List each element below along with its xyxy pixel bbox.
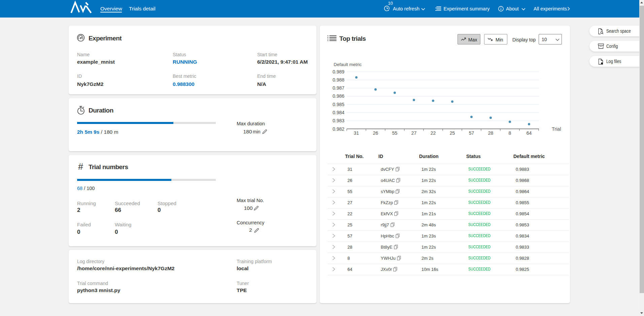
svg-text:26: 26 bbox=[373, 130, 378, 136]
svg-text:0.989: 0.989 bbox=[333, 69, 344, 74]
svg-text:28: 28 bbox=[488, 130, 494, 136]
svg-text:55: 55 bbox=[392, 130, 398, 136]
svg-text:0.982: 0.982 bbox=[333, 126, 344, 132]
svg-text:0.988: 0.988 bbox=[333, 77, 344, 83]
svg-text:Trial: Trial bbox=[552, 126, 561, 132]
svg-text:31: 31 bbox=[354, 130, 359, 136]
svg-text:8: 8 bbox=[509, 130, 511, 136]
svg-text:Default metric: Default metric bbox=[334, 62, 362, 67]
svg-text:0.983: 0.983 bbox=[333, 118, 344, 123]
svg-text:64: 64 bbox=[527, 130, 532, 136]
svg-text:0.987: 0.987 bbox=[333, 85, 344, 91]
svg-text:25: 25 bbox=[450, 130, 455, 136]
svg-text:0.985: 0.985 bbox=[333, 102, 344, 107]
svg-text:27: 27 bbox=[411, 130, 417, 136]
svg-text:57: 57 bbox=[469, 130, 474, 136]
svg-text:0.984: 0.984 bbox=[333, 110, 344, 115]
svg-text:22: 22 bbox=[431, 130, 436, 136]
svg-text:0.986: 0.986 bbox=[333, 93, 344, 99]
